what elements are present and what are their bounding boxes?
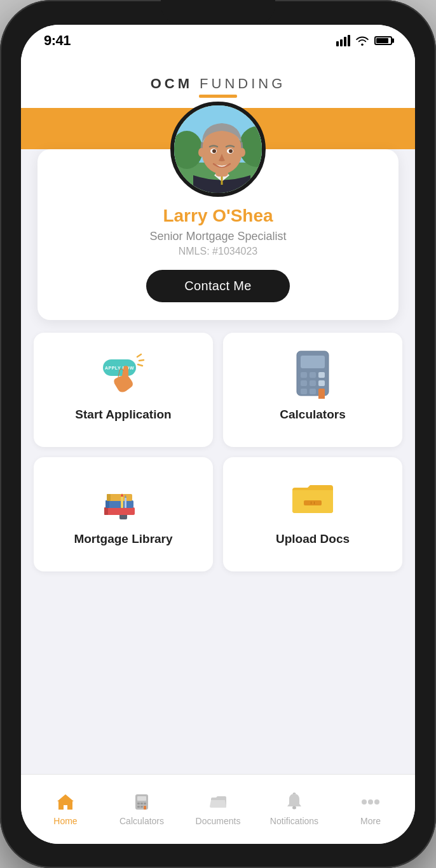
svg-rect-34 [106, 500, 109, 508]
nav-more-label: More [360, 816, 381, 826]
svg-rect-38 [125, 498, 126, 508]
wifi-icon [355, 36, 369, 46]
more-icon [360, 792, 381, 812]
nav-more[interactable]: More [332, 787, 409, 831]
logo-underline [199, 95, 237, 98]
profile-nmls: NMLS: #1034023 [179, 246, 258, 257]
svg-rect-44 [137, 803, 140, 805]
avatar [170, 102, 266, 197]
svg-rect-20 [301, 356, 325, 368]
upload-docs-label: Upload Docs [276, 532, 350, 546]
profile-card: Larry O'Shea Senior Mortgage Specialist … [37, 149, 399, 320]
grid-section: APPLY NOW Start Application [21, 320, 415, 578]
svg-rect-48 [140, 806, 143, 808]
svg-rect-22 [310, 372, 316, 378]
svg-rect-31 [104, 507, 135, 515]
mortgage-library-label: Mortgage Library [74, 532, 172, 546]
svg-rect-49 [144, 806, 146, 810]
nav-documents[interactable]: Documents [180, 787, 256, 831]
calculator-icon [287, 348, 338, 399]
svg-point-10 [229, 149, 233, 153]
phone-frame: 9:41 OCM FUNDI [0, 0, 436, 868]
svg-point-51 [362, 799, 367, 805]
calculator-nav-icon [132, 792, 152, 812]
signal-icon [336, 35, 350, 46]
nav-calculators[interactable]: Calculators [104, 787, 180, 831]
svg-rect-25 [310, 380, 316, 386]
nav-home-label: Home [53, 816, 77, 826]
svg-line-15 [139, 360, 144, 361]
svg-rect-37 [121, 497, 123, 508]
home-icon [55, 792, 76, 812]
svg-rect-23 [318, 372, 325, 378]
calculators-card[interactable]: Calculators [223, 333, 402, 447]
phone-screen: 9:41 OCM FUNDI [21, 25, 415, 844]
svg-rect-46 [144, 803, 146, 805]
status-time: 9:41 [44, 32, 71, 49]
profile-title: Senior Mortgage Specialist [149, 230, 286, 243]
notch [161, 0, 275, 24]
bottom-nav: Home Calculators [21, 774, 415, 844]
bell-icon [284, 792, 304, 812]
nav-notifications[interactable]: Notifications [256, 787, 332, 831]
nav-calculators-label: Calculators [119, 816, 164, 826]
svg-rect-32 [104, 507, 108, 515]
logo-funding: FUNDING [193, 76, 285, 91]
svg-rect-27 [301, 389, 307, 394]
svg-rect-28 [310, 389, 316, 394]
header-section: OCM FUNDING [21, 57, 415, 108]
logo-ocm: OCM [151, 76, 193, 91]
nav-documents-label: Documents [196, 816, 241, 826]
svg-point-12 [239, 148, 245, 157]
svg-rect-24 [301, 380, 307, 386]
svg-rect-33 [106, 500, 133, 508]
svg-rect-47 [137, 806, 140, 808]
status-icons [336, 35, 392, 46]
folder-icon [287, 472, 338, 523]
svg-rect-43 [137, 796, 146, 801]
contact-me-button[interactable]: Contact Me [146, 270, 289, 302]
nav-home[interactable]: Home [27, 787, 104, 831]
svg-rect-41 [311, 500, 314, 505]
start-application-label: Start Application [75, 408, 171, 422]
apply-now-icon: APPLY NOW [98, 348, 149, 399]
svg-rect-26 [318, 380, 325, 386]
calculators-label: Calculators [280, 408, 345, 422]
nav-notifications-label: Notifications [270, 816, 318, 826]
svg-rect-29 [318, 389, 325, 399]
svg-point-53 [374, 799, 379, 805]
status-bar: 9:41 [21, 25, 415, 57]
logo-text: OCM FUNDING [151, 76, 286, 92]
svg-line-14 [137, 354, 141, 357]
svg-rect-45 [140, 803, 143, 805]
start-application-card[interactable]: APPLY NOW Start Application [34, 333, 213, 447]
svg-point-52 [368, 799, 373, 805]
svg-point-9 [212, 149, 216, 153]
mortgage-library-card[interactable]: Mortgage Library [34, 457, 213, 571]
svg-point-11 [198, 148, 205, 157]
battery-icon [374, 36, 392, 45]
books-icon [98, 472, 149, 523]
svg-rect-36 [107, 494, 111, 501]
svg-rect-21 [301, 372, 307, 378]
scroll-content[interactable]: OCM FUNDING [21, 57, 415, 774]
profile-name: Larry O'Shea [163, 206, 273, 226]
svg-point-50 [292, 806, 296, 810]
documents-icon [208, 792, 228, 812]
svg-line-16 [138, 364, 142, 366]
upload-docs-card[interactable]: Upload Docs [223, 457, 402, 571]
